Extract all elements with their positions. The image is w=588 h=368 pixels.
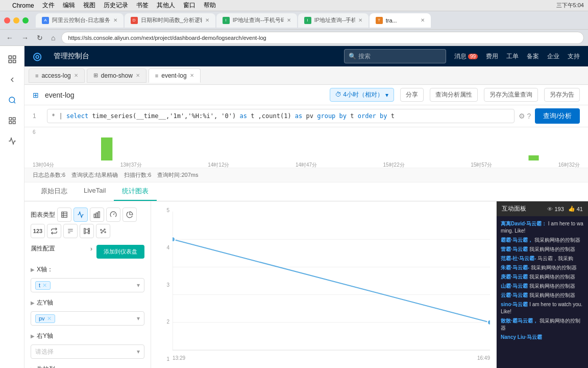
refresh-button[interactable]: ↻ (35, 33, 45, 43)
help-icon[interactable]: ? (527, 112, 531, 120)
chart-type-gauge[interactable] (106, 208, 120, 222)
x-axis-config: ▶ X轴： t ✕ ▾ (31, 265, 144, 292)
tab-label-2: 日期和时间函数_分析逻辑... (141, 16, 202, 24)
x-axis-header[interactable]: ▶ X轴： (31, 265, 144, 274)
sidebar-item-collapse[interactable] (3, 71, 21, 89)
menu-window[interactable]: 窗口 (183, 1, 195, 10)
left-y-tag-remove[interactable]: ✕ (47, 315, 52, 322)
tab-close-4[interactable]: ✕ (358, 17, 362, 23)
menu-view[interactable]: 视图 (83, 1, 95, 10)
tab-close-demo[interactable]: ✕ (136, 73, 140, 78)
query-input[interactable]: * | select time_series(__time__,'1m','%H… (47, 109, 514, 123)
query-analysis-props-button[interactable]: 查询分析属性 (430, 88, 478, 102)
content-tab-access-log[interactable]: ≡ access-log ✕ (29, 68, 85, 83)
chart-type-row: 图表类型 123 (31, 208, 144, 238)
menu-others[interactable]: 其他人 (157, 1, 175, 10)
nav-billing[interactable]: 费用 (486, 52, 498, 61)
browser-tab-2[interactable]: D 日期和时间函数_分析逻辑... ✕ (125, 13, 215, 28)
chart-type-bar[interactable] (90, 208, 104, 222)
address-bar[interactable]: https://sls.console.aliyun.com/next/proj… (61, 32, 584, 44)
minimize-window-button[interactable] (13, 17, 19, 24)
tab-label-event: event-log (161, 72, 186, 79)
menu-history[interactable]: 历史记录 (104, 1, 128, 10)
browser-tab-5[interactable]: T tra... ✕ (370, 13, 431, 28)
menu-chrome[interactable]: Chrome (12, 2, 34, 9)
browser-tab-1[interactable]: A 阿里云控制台-日志服务 ✕ (36, 13, 124, 28)
browser-tab-3[interactable]: I IP地址查询--手机号码查... ✕ (216, 13, 297, 28)
x-axis-tag: t ✕ (35, 281, 51, 290)
content-tab-demo-show[interactable]: ⊞ demo-show ✕ (87, 68, 146, 83)
chat-text-5: 我采购网络的控制器 (529, 274, 575, 280)
tab-close-2[interactable]: ✕ (205, 17, 209, 23)
chart-type-table[interactable] (57, 208, 71, 222)
svg-rect-7 (13, 121, 15, 124)
chart-type-sankey[interactable] (80, 224, 94, 238)
content-tab-event-log[interactable]: ≡ event-log ✕ (149, 68, 201, 83)
tab-icon-3: ≡ (155, 73, 158, 79)
tab-close-3[interactable]: ✕ (287, 17, 291, 23)
chart-type-scatter[interactable] (96, 224, 110, 238)
save-as-alert-button[interactable]: 另存为告 (544, 88, 580, 102)
left-y-chevron: ▾ (137, 315, 140, 322)
nav-enterprise[interactable]: 企业 (547, 52, 559, 61)
svg-rect-3 (9, 60, 11, 63)
chart-type-flow[interactable] (47, 224, 61, 238)
chat-message-9: 散散·霸马云霸， 我采购网络的控制器 (501, 317, 584, 332)
tab-close-5[interactable]: ✕ (421, 17, 425, 23)
chart-type-number[interactable]: 123 (31, 224, 45, 238)
forward-button[interactable]: → (19, 33, 31, 43)
x-axis-select[interactable]: t ✕ ▾ (31, 278, 144, 292)
right-y-select[interactable]: 请选择 ▾ (31, 344, 144, 359)
nav-ticket[interactable]: 工单 (506, 52, 519, 61)
right-y-chevron: ▾ (137, 348, 140, 355)
share-button[interactable]: 分享 (400, 88, 424, 102)
home-button[interactable]: ⌂ (49, 33, 57, 43)
settings-icon[interactable]: ⚙ (519, 112, 525, 120)
top-search[interactable]: 🔍 搜索 (344, 49, 446, 63)
right-y-axis-header[interactable]: ▶ 右Y轴 (31, 332, 144, 340)
svg-point-20 (104, 229, 105, 230)
chat-message-8: sino·马云霸 I am here to watch you. Like! (501, 301, 584, 315)
chat-user-6: 山霸·马云霸 (501, 283, 528, 289)
nav-support[interactable]: 支持 (568, 52, 580, 61)
sidebar-item-chart[interactable] (3, 132, 21, 150)
menu-help[interactable]: 帮助 (204, 1, 216, 10)
sidebar-item-dashboard[interactable] (3, 111, 21, 130)
menu-edit[interactable]: 编辑 (63, 1, 75, 10)
chart-type-line[interactable] (74, 208, 88, 222)
left-y-axis-header[interactable]: ▶ 左Y轴 (31, 298, 144, 307)
tab-close-access[interactable]: ✕ (74, 73, 78, 78)
maximize-window-button[interactable] (22, 17, 29, 24)
nav-messages[interactable]: 消息 99 (454, 52, 478, 61)
tab-close-event[interactable]: ✕ (190, 73, 194, 78)
left-y-select[interactable]: pv ✕ ▾ (31, 311, 144, 326)
sidebar-item-search[interactable] (3, 91, 21, 109)
y-axis-labels: 5 4 3 2 1 (157, 208, 173, 362)
tab-label-5: tra... (386, 17, 397, 24)
page-icon: ⊞ (33, 91, 39, 99)
query-submit-button[interactable]: 查询/分析 (535, 108, 580, 124)
add-to-dashboard-button[interactable]: 添加到仪表盘 (96, 245, 144, 259)
menu-bookmarks[interactable]: 书签 (136, 1, 149, 10)
download-button[interactable]: › (88, 245, 92, 252)
menu-file[interactable]: 文件 (42, 1, 55, 10)
svg-rect-8 (9, 121, 12, 124)
chart-type-word[interactable] (63, 224, 78, 238)
x-axis-tag-remove[interactable]: ✕ (42, 282, 47, 289)
column-header[interactable]: ▶ 为柱列 (31, 365, 144, 368)
back-button[interactable]: ← (4, 33, 15, 43)
tab-close-1[interactable]: ✕ (113, 17, 117, 23)
left-y-value: pv (39, 315, 45, 321)
column-label: 为柱列 (37, 365, 55, 368)
browser-tab-4[interactable]: I IP地址查询--手机号码查... ✕ (298, 13, 369, 28)
save-as-query-button[interactable]: 另存为流量查询 (484, 88, 538, 102)
tab-raw-log[interactable]: 原始日志 (33, 182, 76, 201)
tab-livetail[interactable]: LiveTail (76, 182, 114, 201)
chat-text-2: 我采购网络的控制器 (529, 246, 575, 252)
time-selector[interactable]: ⏱ 4小时（相对） ▾ (330, 88, 394, 102)
close-window-button[interactable] (4, 17, 10, 24)
nav-icp[interactable]: 备案 (527, 52, 539, 61)
chart-type-pie[interactable] (122, 208, 137, 222)
tab-statistics[interactable]: 统计图表 (114, 182, 157, 201)
sidebar-item-home[interactable] (3, 50, 21, 68)
